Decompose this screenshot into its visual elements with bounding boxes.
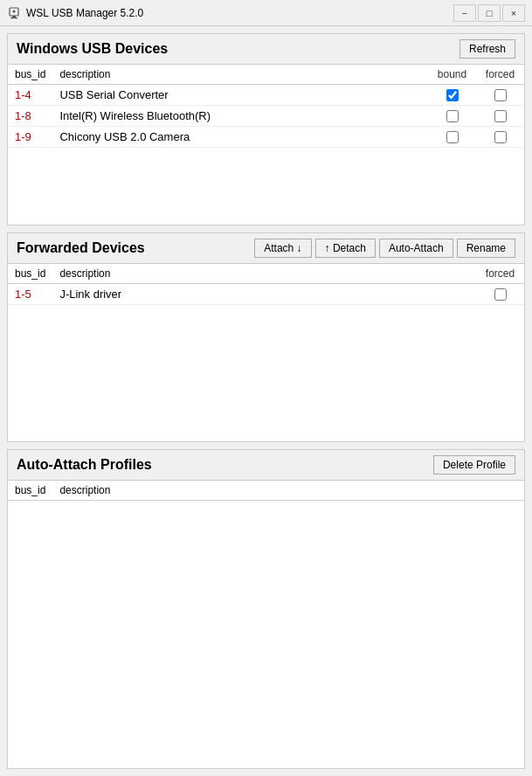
forwarded-devices-panel: Forwarded Devices Attach ↓ ↑ Detach Auto… xyxy=(7,232,525,442)
auto-attach-button[interactable]: Auto-Attach xyxy=(379,239,453,258)
device-bound-cell xyxy=(428,127,476,148)
device-forced-cell xyxy=(476,85,524,106)
windows-usb-header: Windows USB Devices Refresh xyxy=(8,34,524,65)
device-forced-checkbox[interactable] xyxy=(494,110,507,122)
device-busid: 1-8 xyxy=(8,106,52,127)
detach-button[interactable]: ↑ Detach xyxy=(315,239,376,258)
device-bound-checkbox[interactable] xyxy=(446,110,459,122)
aa-col-header-description: description xyxy=(52,481,524,501)
fwd-device-description: J-Link driver xyxy=(52,284,476,305)
delete-profile-button[interactable]: Delete Profile xyxy=(433,455,515,475)
table-row: 1-4 USB Serial Converter xyxy=(8,85,524,106)
svg-point-3 xyxy=(13,10,16,12)
forwarded-actions: Attach ↓ ↑ Detach Auto-Attach Rename xyxy=(254,239,515,258)
device-busid: 1-9 xyxy=(8,127,52,148)
forwarded-devices-body: bus_id description forced 1-5 J-Link dri… xyxy=(8,264,524,441)
auto-attach-table: bus_id description xyxy=(8,481,524,501)
attach-button[interactable]: Attach ↓ xyxy=(254,239,311,258)
refresh-button[interactable]: Refresh xyxy=(459,39,515,59)
minimize-button[interactable]: − xyxy=(453,4,476,22)
device-forced-checkbox[interactable] xyxy=(494,131,507,143)
auto-attach-header: Auto-Attach Profiles Delete Profile xyxy=(8,450,524,481)
window-controls: − □ × xyxy=(453,4,525,22)
device-bound-cell xyxy=(428,106,476,127)
table-row: 1-9 Chicony USB 2.0 Camera xyxy=(8,127,524,148)
windows-usb-table: bus_id description bound forced 1-4 USB … xyxy=(8,65,524,148)
close-button[interactable]: × xyxy=(502,4,525,22)
main-content: Windows USB Devices Refresh bus_id descr… xyxy=(0,26,532,776)
forwarded-devices-table: bus_id description forced 1-5 J-Link dri… xyxy=(8,264,524,305)
device-forced-cell xyxy=(476,106,524,127)
device-description: USB Serial Converter xyxy=(52,85,428,106)
fwd-device-busid: 1-5 xyxy=(8,284,52,305)
app-title: WSL USB Manager 5.2.0 xyxy=(26,7,453,19)
auto-attach-panel: Auto-Attach Profiles Delete Profile bus_… xyxy=(7,449,525,769)
aa-col-header-busid: bus_id xyxy=(8,481,52,501)
col-header-busid: bus_id xyxy=(8,65,52,85)
windows-usb-title: Windows USB Devices xyxy=(17,41,168,57)
fwd-col-header-forced: forced xyxy=(476,264,524,284)
table-row: 1-5 J-Link driver xyxy=(8,284,524,305)
fwd-col-header-busid: bus_id xyxy=(8,264,52,284)
title-bar: WSL USB Manager 5.2.0 − □ × xyxy=(0,0,532,26)
auto-attach-title: Auto-Attach Profiles xyxy=(17,457,152,473)
table-row: 1-8 Intel(R) Wireless Bluetooth(R) xyxy=(8,106,524,127)
svg-rect-1 xyxy=(12,16,16,17)
device-description: Intel(R) Wireless Bluetooth(R) xyxy=(52,106,428,127)
auto-attach-body: bus_id description xyxy=(8,481,524,768)
windows-usb-body: bus_id description bound forced 1-4 USB … xyxy=(8,65,524,225)
device-description: Chicony USB 2.0 Camera xyxy=(52,127,428,148)
device-forced-cell xyxy=(476,127,524,148)
restore-button[interactable]: □ xyxy=(478,4,501,22)
col-header-description: description xyxy=(52,65,428,85)
app-icon xyxy=(7,6,21,20)
device-bound-checkbox[interactable] xyxy=(446,131,459,143)
col-header-forced: forced xyxy=(476,65,524,85)
windows-usb-panel: Windows USB Devices Refresh bus_id descr… xyxy=(7,33,525,225)
forwarded-devices-title: Forwarded Devices xyxy=(17,240,145,256)
rename-button[interactable]: Rename xyxy=(457,239,515,258)
fwd-device-forced-checkbox[interactable] xyxy=(494,288,507,301)
fwd-device-forced-cell xyxy=(476,284,524,305)
forwarded-devices-header: Forwarded Devices Attach ↓ ↑ Detach Auto… xyxy=(8,233,524,264)
col-header-bound: bound xyxy=(428,65,476,85)
device-bound-cell xyxy=(428,85,476,106)
device-busid: 1-4 xyxy=(8,85,52,106)
device-forced-checkbox[interactable] xyxy=(494,89,507,101)
device-bound-checkbox[interactable] xyxy=(446,89,459,101)
svg-rect-2 xyxy=(10,17,17,18)
fwd-col-header-description: description xyxy=(52,264,476,284)
